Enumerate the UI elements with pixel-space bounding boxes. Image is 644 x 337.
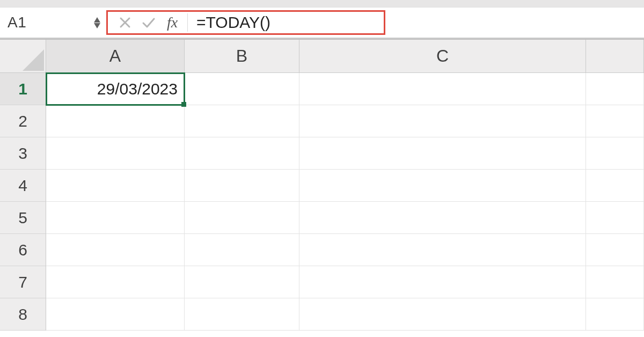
cell-D6[interactable] [586,234,644,266]
table-row: 8 [0,298,644,331]
cell-B7[interactable] [185,266,299,298]
cell-C3[interactable] [299,137,586,170]
row-header-8[interactable]: 8 [0,298,46,331]
formula-input-group: fx =TODAY() [106,10,385,35]
table-row: 1 29/03/2023 [0,73,644,105]
cell-B2[interactable] [185,105,299,137]
fx-icon: fx [164,14,181,31]
cell-C2[interactable] [299,105,586,137]
row-header-4[interactable]: 4 [0,170,46,202]
window-top-strip [0,0,644,8]
column-header-C[interactable]: C [299,40,586,72]
cell-B3[interactable] [185,137,299,170]
cell-D8[interactable] [586,298,644,331]
x-icon [119,17,131,28]
insert-function-button[interactable]: fx [160,12,184,33]
cell-C8[interactable] [299,298,586,331]
formula-bar: A1 fx =TODAY() [0,8,644,39]
rows: 1 29/03/2023 2 3 [0,73,644,331]
cell-A4[interactable] [46,170,185,202]
fill-handle[interactable] [181,102,186,107]
cell-A1[interactable]: 29/03/2023 [46,73,185,105]
formula-input[interactable]: =TODAY() [191,12,380,33]
enter-button[interactable] [137,12,160,33]
column-header-next[interactable] [586,40,644,72]
cancel-button[interactable] [113,12,137,33]
cell-C4[interactable] [299,170,586,202]
cell-A2[interactable] [46,105,185,137]
select-all-corner[interactable] [0,40,46,72]
cell-A6[interactable] [46,234,185,266]
table-row: 6 [0,234,644,266]
cell-B1[interactable] [185,73,299,105]
cell-A3[interactable] [46,137,185,170]
check-icon [142,17,156,28]
svg-marker-0 [94,17,100,23]
cell-C6[interactable] [299,234,586,266]
svg-marker-1 [94,23,100,28]
table-row: 4 [0,170,644,202]
row-header-3[interactable]: 3 [0,137,46,170]
cell-D7[interactable] [586,266,644,298]
name-box-wrap[interactable]: A1 [0,8,91,38]
cell-D5[interactable] [586,202,644,234]
cell-D1[interactable] [586,73,644,105]
table-row: 2 [0,105,644,137]
cell-B5[interactable] [185,202,299,234]
cell-A8[interactable] [46,298,185,331]
cell-B8[interactable] [185,298,299,331]
spreadsheet-app: A1 fx =TODAY() [0,0,644,337]
table-row: 7 [0,266,644,298]
separator [187,13,188,32]
cell-B4[interactable] [185,170,299,202]
cell-value: 29/03/2023 [97,80,178,98]
name-box[interactable]: A1 [8,14,26,31]
cell-D4[interactable] [586,170,644,202]
column-header-A[interactable]: A [46,40,185,72]
table-row: 3 [0,137,644,170]
row-header-6[interactable]: 6 [0,234,46,266]
column-headers: A B C [0,40,644,73]
cell-D2[interactable] [586,105,644,137]
cell-B6[interactable] [185,234,299,266]
row-header-5[interactable]: 5 [0,202,46,234]
table-row: 5 [0,202,644,234]
name-box-stepper[interactable] [91,8,103,38]
grid: A B C 1 29/03/2023 2 [0,39,644,337]
column-header-B[interactable]: B [185,40,299,72]
cell-A7[interactable] [46,266,185,298]
row-header-2[interactable]: 2 [0,105,46,137]
cell-C7[interactable] [299,266,586,298]
stepper-down-icon[interactable] [94,23,100,28]
cell-C1[interactable] [299,73,586,105]
cell-D3[interactable] [586,137,644,170]
select-all-triangle-icon [23,49,44,71]
cell-A5[interactable] [46,202,185,234]
stepper-up-icon[interactable] [94,17,100,23]
row-header-7[interactable]: 7 [0,266,46,298]
svg-marker-2 [23,49,44,71]
row-header-1[interactable]: 1 [0,73,46,105]
cell-C5[interactable] [299,202,586,234]
